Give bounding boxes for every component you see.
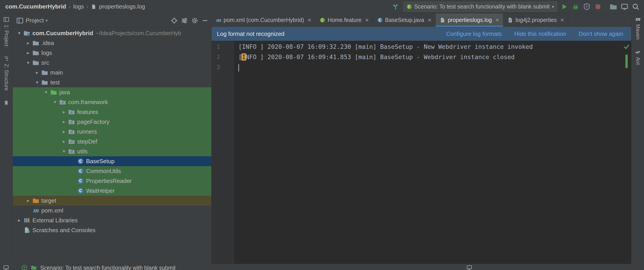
code-area[interactable]: [INFO ] 2020-08-07 16:09:32.230 [main] B… — [234, 41, 622, 264]
view-options-icon[interactable] — [181, 17, 188, 24]
tree-item-src[interactable]: ▾src — [13, 58, 211, 68]
editor-area: mpom.xml (com.CucumberHybrid)×Home.featu… — [212, 14, 631, 264]
banner-action-configure-log-formats[interactable]: Configure log formats — [446, 31, 502, 37]
tree-item-main[interactable]: ▸main — [13, 68, 211, 78]
tree-item-java[interactable]: ▾java — [13, 87, 211, 97]
chevron-down-icon[interactable]: ▾ — [52, 99, 58, 105]
tree-item-com-cucumberhybrid[interactable]: ▾com.CucumberHybrid~/IdeaProjects/com.Cu… — [13, 28, 211, 38]
tree-item-target[interactable]: ▸target — [13, 196, 211, 205]
tree-item-waithelper[interactable]: CWaitHelper — [13, 186, 211, 196]
chevron-right-icon[interactable]: ▸ — [60, 119, 67, 124]
banner-action-hide-this-notification[interactable]: Hide this notification — [514, 31, 566, 37]
close-tab-icon[interactable]: × — [365, 17, 369, 23]
log-file-icon — [91, 4, 96, 10]
coverage-button[interactable] — [583, 3, 590, 11]
maven-stripe-label: Maven — [635, 24, 641, 40]
text-caret — [238, 64, 239, 71]
hide-panel-icon[interactable] — [202, 17, 209, 24]
editor-line-2[interactable]: [INFO ] 2020-08-07 16:09:41.853 [main] B… — [238, 52, 622, 62]
tool-window-button-ant[interactable]: Ant — [635, 49, 641, 65]
tree-item-stepdef[interactable]: ▸stepDef — [13, 137, 211, 146]
tree-item-pom-xml[interactable]: mpom.xml — [13, 205, 211, 215]
tab-pom-xml-com-cucumberhybrid[interactable]: mpom.xml (com.CucumberHybrid)× — [212, 14, 316, 27]
breadcrumb-item-propertieslogs-log[interactable]: propertieslogs.log — [99, 3, 145, 10]
close-tab-icon[interactable]: × — [428, 17, 431, 23]
chevron-right-icon[interactable]: ▸ — [60, 139, 67, 144]
tree-item-scratches-and-consoles[interactable]: Scratches and Consoles — [13, 225, 211, 235]
editor-line-3[interactable] — [238, 62, 622, 73]
open-folder-button[interactable] — [610, 3, 617, 11]
tool-window-button-project[interactable]: 1: Project — [3, 17, 10, 46]
tab-propertieslogs-log[interactable]: propertieslogs.log× — [436, 14, 503, 27]
chevron-down-icon[interactable]: ▾ — [16, 31, 22, 36]
tree-item-propertiesreader[interactable]: CPropertiesReader — [13, 176, 211, 186]
change-marker[interactable] — [626, 55, 628, 68]
bookmark-icon[interactable] — [3, 100, 9, 106]
tree-item-runners[interactable]: ▸runners — [13, 127, 211, 137]
window-icon[interactable] — [3, 265, 9, 270]
project-panel-title[interactable]: Project — [26, 17, 44, 24]
project-pane-icon — [16, 17, 24, 24]
right-tool-stripe: m Maven Ant — [631, 14, 644, 264]
run-tool-window-bar[interactable]: Scenario: To test search functionality w… — [0, 264, 644, 270]
chevron-down-icon[interactable]: ▾ — [46, 18, 48, 23]
folder-icon — [32, 59, 39, 66]
tree-item-label: runners — [77, 128, 97, 135]
svg-text:m: m — [635, 16, 640, 22]
package-icon — [68, 118, 75, 125]
tree-item-external-libraries[interactable]: ▸External Libraries — [13, 215, 211, 225]
chevron-right-icon[interactable]: ▸ — [25, 198, 32, 203]
chevron-down-icon[interactable]: ▾ — [60, 149, 67, 154]
tree-item-label: logs — [41, 50, 52, 56]
editor-body[interactable]: 123 [INFO ] 2020-08-07 16:09:32.230 [mai… — [212, 41, 631, 264]
chevron-down-icon[interactable]: ▾ — [25, 60, 32, 65]
gear-icon[interactable] — [191, 17, 198, 24]
tree-item-utils[interactable]: ▾utils — [13, 146, 211, 156]
inspections-ok-icon[interactable] — [623, 44, 630, 50]
chevron-right-icon[interactable]: ▸ — [34, 70, 40, 75]
chevron-right-icon[interactable]: ▸ — [25, 40, 32, 46]
chevron-right-icon[interactable]: ▸ — [60, 109, 67, 115]
chevron-down-icon[interactable]: ▾ — [34, 80, 40, 85]
tree-item-test[interactable]: ▾test — [13, 78, 211, 87]
close-tab-icon[interactable]: × — [560, 17, 564, 23]
chevron-right-icon[interactable]: ▸ — [25, 50, 32, 56]
breadcrumb-item-logs[interactable]: logs — [73, 3, 84, 10]
tab-home-feature[interactable]: Home.feature× — [316, 14, 373, 27]
module-icon — [24, 30, 30, 37]
tree-item-label: pageFactory — [77, 118, 110, 125]
rerun-icon[interactable] — [22, 265, 27, 270]
chevron-right-icon[interactable]: ▸ — [60, 129, 67, 134]
stop-button[interactable] — [594, 3, 602, 11]
tree-item-com-framework[interactable]: ▾com.framework — [13, 97, 211, 107]
run-configuration-select[interactable]: Scenario: To test search functionality w… — [404, 2, 557, 12]
chevron-right-icon[interactable]: ▸ — [16, 218, 22, 223]
breadcrumb-item-com-cucumberhybrid[interactable]: com.CucumberHybrid — [5, 3, 66, 10]
tree-item-label: PropertiesReader — [86, 177, 132, 184]
tree-item-features[interactable]: ▸features — [13, 107, 211, 117]
main-area: 1: Project Z: Structure Project ▾ ▾com.C… — [0, 14, 644, 264]
select-opened-file-icon[interactable] — [170, 17, 178, 24]
class-icon: C — [77, 158, 84, 165]
tree-item-logs[interactable]: ▸logs — [13, 48, 211, 58]
editor-line-1[interactable]: [INFO ] 2020-08-07 16:09:32.230 [main] B… — [238, 42, 622, 52]
run-button[interactable] — [560, 3, 568, 11]
window-layout-button[interactable] — [621, 3, 628, 11]
debug-button[interactable] — [572, 3, 580, 11]
tree-item-idea[interactable]: ▸.idea — [13, 38, 211, 48]
monitor-icon[interactable] — [466, 265, 472, 270]
close-tab-icon[interactable]: × — [496, 17, 499, 23]
seedling-icon[interactable] — [392, 3, 399, 11]
tree-item-commonutils[interactable]: CCommonUtils — [13, 166, 211, 176]
banner-action-don-t-show-again[interactable]: Don't show again — [579, 31, 623, 37]
chevron-down-icon[interactable]: ▾ — [43, 90, 50, 95]
tool-window-button-maven[interactable]: m Maven — [635, 16, 641, 40]
tree-item-pagefactory[interactable]: ▸pageFactory — [13, 117, 211, 127]
tab-log4j2-properties[interactable]: log4j2.properties× — [503, 14, 568, 27]
tree-item-basesetup[interactable]: CBaseSetup — [13, 156, 211, 166]
project-tool-window: Project ▾ ▾com.CucumberHybrid~/IdeaProje… — [13, 14, 212, 264]
close-tab-icon[interactable]: × — [308, 17, 311, 23]
tab-basesetup-java[interactable]: CBaseSetup.java× — [373, 14, 436, 27]
search-everywhere-button[interactable] — [632, 3, 640, 11]
tool-window-button-structure[interactable]: Z: Structure — [3, 56, 10, 91]
